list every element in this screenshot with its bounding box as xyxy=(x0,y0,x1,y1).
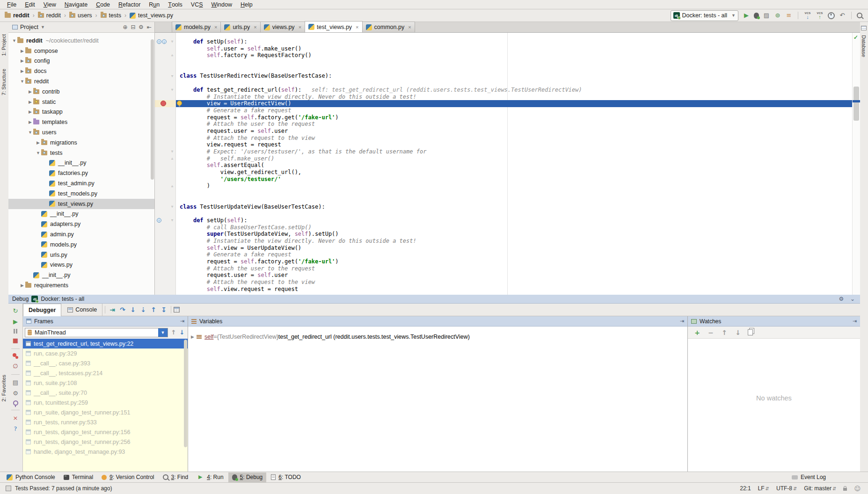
fold-end-icon[interactable]: ▵ xyxy=(169,183,175,190)
tree-item-reddit[interactable]: ▼reddit~/cookiecutter/reddit xyxy=(8,36,154,46)
tree-item-config[interactable]: ▶config xyxy=(8,56,154,66)
run-configuration-select[interactable]: dj Docker: tests - all ▼ xyxy=(671,10,738,21)
fold-end-icon[interactable]: ▵ xyxy=(169,155,175,162)
tree-item-migrations[interactable]: ▶migrations xyxy=(8,138,154,148)
tree-item-factories-py[interactable]: factories.py xyxy=(8,168,154,178)
code-line-22[interactable]: ) xyxy=(176,182,852,189)
editor-gutter[interactable]: ▿▵▿▿▿▵▵▿▿↑↓↑ xyxy=(155,33,176,295)
tree-item-reddit[interactable]: ▼reddit xyxy=(8,76,154,87)
frame-row[interactable]: test_get_redirect_url, test_views.py:22 xyxy=(23,339,188,349)
settings-icon[interactable]: ⚙ xyxy=(838,295,845,303)
override-up-icon[interactable]: ↑ xyxy=(157,39,161,44)
code-line-3[interactable]: self.factory = RequestFactory() xyxy=(176,52,852,59)
step-into-icon[interactable]: ↓ xyxy=(128,306,138,313)
override-down-icon[interactable]: ↓ xyxy=(162,39,167,44)
expanded-arrow-icon[interactable]: ▼ xyxy=(35,151,41,155)
next-frame-icon[interactable]: ↓ xyxy=(178,329,186,336)
tree-item--init-py[interactable]: __init__.py xyxy=(8,209,154,219)
close-tab-icon[interactable]: × xyxy=(356,24,358,30)
code-line-32[interactable]: # Generate a fake request xyxy=(176,251,852,258)
toolwindow-button-python-console[interactable]: Python Console xyxy=(3,472,59,482)
collapsed-arrow-icon[interactable]: ▶ xyxy=(27,109,33,114)
toolwindow-button-4-run[interactable]: ▶4: Run xyxy=(193,472,227,482)
float-panel-icon[interactable]: ⇥ xyxy=(180,318,184,324)
breadcrumb-item[interactable]: test_views.py xyxy=(130,12,173,19)
float-panel-icon[interactable]: ⇥ xyxy=(680,318,684,324)
tree-item-requirements[interactable]: ▶requirements xyxy=(8,280,154,291)
editor-scrollbar[interactable]: ✓ xyxy=(852,33,860,295)
collapsed-arrow-icon[interactable]: ▶ xyxy=(19,283,25,288)
add-watch-icon[interactable]: + xyxy=(693,329,701,336)
toolwindow-button-3-find[interactable]: 3: Find xyxy=(159,472,192,482)
frames-scrollbar[interactable] xyxy=(184,340,187,447)
expanded-arrow-icon[interactable]: ▼ xyxy=(19,79,25,84)
code-line-16[interactable]: view.request = request xyxy=(176,141,852,148)
collapsed-arrow-icon[interactable]: ▶ xyxy=(19,69,25,73)
code-line-10[interactable]: view = UserRedirectView() xyxy=(176,100,852,107)
menu-vcs[interactable]: VCS xyxy=(187,0,207,9)
menu-view[interactable]: View xyxy=(39,0,60,9)
stop-icon[interactable]: ■ xyxy=(12,337,19,344)
expanded-arrow-icon[interactable]: ▼ xyxy=(27,130,33,135)
code-line-15[interactable]: # Attach the request to the view xyxy=(176,135,852,142)
variable-name[interactable]: self xyxy=(204,334,213,340)
toolwindow-button-terminal[interactable]: Terminal xyxy=(60,472,97,482)
code-line-13[interactable]: # Attach the user to the request xyxy=(176,121,852,128)
vcs-commit-icon[interactable]: VCS↑ xyxy=(816,12,824,19)
tree-item-test-views-py[interactable]: test_views.py xyxy=(8,199,154,209)
frame-row[interactable]: run_tests, django_test_runner.py:156 xyxy=(23,427,188,437)
code-line-5[interactable] xyxy=(176,66,852,73)
tool-stripe--favorites[interactable]: 2: Favorites xyxy=(1,375,7,401)
override-up-icon[interactable]: ↑ xyxy=(157,218,161,223)
close-icon[interactable]: × xyxy=(12,414,19,422)
code-line-6[interactable]: class TestUserRedirectView(BaseUserTestC… xyxy=(176,73,852,80)
evaluate-expression-icon[interactable] xyxy=(174,307,180,312)
code-line-23[interactable] xyxy=(176,189,852,196)
collapse-all-icon[interactable]: ⊟ xyxy=(130,23,137,31)
toolwindow-button-9-version-control[interactable]: 9: Version Control xyxy=(98,472,158,482)
expanded-arrow-icon[interactable]: ▼ xyxy=(11,38,17,43)
frame-row[interactable]: __call__, case.py:393 xyxy=(23,358,188,368)
close-tab-icon[interactable]: × xyxy=(254,24,256,30)
rollback-icon[interactable]: ↶ xyxy=(839,12,846,19)
code-line-7[interactable] xyxy=(176,80,852,87)
tree-item-admin-py[interactable]: admin.py xyxy=(8,229,154,240)
frame-row[interactable]: __call__, suite.py:70 xyxy=(23,388,188,398)
menu-edit[interactable]: Edit xyxy=(21,0,39,9)
code-line-18[interactable]: # self.make_user() xyxy=(176,155,852,162)
prev-frame-icon[interactable]: ↑ xyxy=(170,329,177,336)
code-line-14[interactable]: request.user = self.user xyxy=(176,128,852,135)
code-line-8[interactable]: def test_get_redirect_url(self): self: t… xyxy=(176,87,852,94)
frame-row[interactable]: run, case.py:329 xyxy=(23,349,188,358)
tool-stripe-database[interactable]: Database xyxy=(861,35,867,57)
variable-row[interactable]: ▶self = {TestUserRedirectView} test_get_… xyxy=(188,332,687,341)
menu-file[interactable]: File xyxy=(3,0,21,9)
resume-icon[interactable]: ▶ xyxy=(12,318,19,326)
fold-collapse-icon[interactable]: ▿ xyxy=(169,38,175,45)
hide-icon[interactable]: ⇤ xyxy=(146,23,153,31)
coverage-icon[interactable]: ▨ xyxy=(763,12,770,19)
tree-item-views-py[interactable]: views.py xyxy=(8,260,154,270)
status-utf-8[interactable]: UTF-8⇵ xyxy=(776,485,797,492)
code-line-19[interactable]: self.assertEqual( xyxy=(176,162,852,169)
lock-icon[interactable] xyxy=(843,488,847,491)
tool-stripe--project[interactable]: 1: Project xyxy=(1,34,7,56)
show-execution-point-icon[interactable]: ⇥ xyxy=(108,306,117,313)
tab-console[interactable]: Console xyxy=(62,304,102,316)
code-line-17[interactable]: # Expect: '/users/testuser/', as that is… xyxy=(176,148,852,155)
code-line-12[interactable]: request = self.factory.get('/fake-url') xyxy=(176,114,852,121)
code-line-2[interactable]: self.user = self.make_user() xyxy=(176,45,852,52)
menu-navigate[interactable]: Navigate xyxy=(60,0,92,9)
locate-icon[interactable]: ⊕ xyxy=(122,23,129,31)
frame-row[interactable]: run_tests, django_test_runner.py:256 xyxy=(23,437,188,447)
fold-end-icon[interactable]: ▵ xyxy=(169,52,175,59)
float-panel-icon[interactable]: ⇥ xyxy=(853,318,857,324)
code-line-11[interactable]: # Generate a fake request xyxy=(176,107,852,114)
profiler-icon[interactable]: ⊚ xyxy=(774,12,781,19)
tree-item-docs[interactable]: ▶docs xyxy=(8,66,154,76)
run-to-cursor-icon[interactable]: ↧ xyxy=(159,306,168,313)
breadcrumb-item[interactable]: reddit xyxy=(38,12,61,19)
menu-help[interactable]: Help xyxy=(236,0,257,9)
code-line-35[interactable]: request.user = self.user xyxy=(176,272,852,279)
tab-debugger[interactable]: Debugger xyxy=(23,304,61,316)
